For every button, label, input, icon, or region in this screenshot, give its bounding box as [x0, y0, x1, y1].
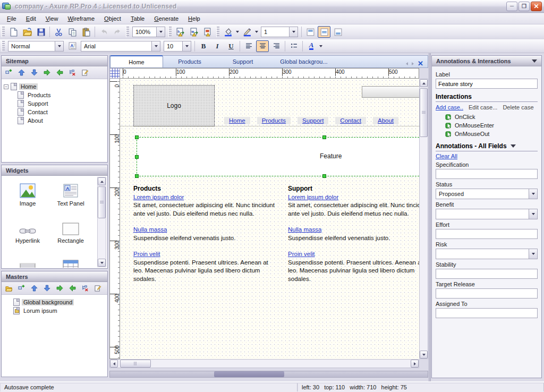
delete-master-button[interactable] — [80, 284, 90, 293]
edit-page-button[interactable] — [80, 68, 90, 78]
panel-menu-icon[interactable] — [532, 59, 537, 63]
widget-button[interactable] — [7, 254, 48, 268]
edit-case-link[interactable]: Edit case... — [469, 104, 497, 110]
bold-button[interactable]: B — [197, 40, 210, 52]
paste-button[interactable] — [80, 26, 92, 38]
zoom-dropdown-button[interactable] — [156, 27, 165, 37]
valign-middle-button[interactable] — [318, 26, 330, 38]
open-button[interactable] — [21, 26, 33, 38]
font-combobox[interactable]: Arial — [81, 41, 160, 52]
collapse-fields-icon[interactable] — [511, 144, 516, 148]
delete-page-button[interactable] — [67, 68, 77, 78]
edit-style-button[interactable]: A — [66, 40, 79, 52]
nav-link-support[interactable]: Support — [298, 117, 328, 124]
valign-top-button[interactable] — [304, 26, 317, 38]
line-width-combobox[interactable]: 1 — [261, 27, 298, 37]
assigned-to-input[interactable] — [436, 308, 538, 318]
resize-handle-top-left[interactable] — [135, 135, 139, 139]
menu-generate[interactable]: Generate — [149, 14, 183, 23]
scroll-right-button[interactable] — [411, 360, 419, 368]
close-tab-icon[interactable]: ✕ — [418, 59, 423, 67]
move-down-button[interactable] — [29, 68, 39, 78]
scroll-left-button[interactable] — [110, 360, 118, 368]
tree-item-home[interactable]: − Home — [4, 82, 105, 91]
restore-button[interactable]: ❐ — [518, 2, 530, 11]
font-color-button[interactable]: A — [305, 40, 318, 52]
copy-button[interactable] — [66, 26, 79, 38]
valign-bottom-button[interactable] — [332, 26, 344, 38]
close-button[interactable]: ✕ — [531, 2, 542, 11]
tree-item-contact[interactable]: Contact — [4, 108, 105, 116]
menu-wireframe[interactable]: Wireframe — [63, 14, 99, 23]
canvas-horizontal-scrollbar[interactable] — [109, 359, 419, 368]
undo-button[interactable] — [97, 26, 110, 38]
line-color-dropdown[interactable] — [254, 26, 259, 38]
generate-word-button[interactable]: w — [188, 26, 200, 38]
tab-products[interactable]: Products — [163, 55, 216, 67]
zoom-combobox[interactable]: 100% — [132, 27, 165, 37]
menu-view[interactable]: View — [41, 14, 63, 23]
indent-button[interactable] — [55, 284, 64, 293]
indent-button[interactable] — [42, 68, 52, 78]
toolbar-grip[interactable] — [2, 27, 5, 37]
font-dropdown-button[interactable] — [151, 41, 160, 51]
scroll-down-button[interactable] — [420, 351, 428, 359]
toolbar-grip[interactable] — [168, 27, 172, 37]
master-item-lorum-ipsum[interactable]: Lorum ipsum — [4, 306, 105, 315]
tab-global-background[interactable]: Global backgrou... — [269, 55, 338, 67]
tab-home[interactable]: Home — [110, 55, 163, 67]
status-dropdown-button[interactable] — [529, 189, 537, 199]
wireframe-link[interactable]: Proin velit — [133, 251, 160, 257]
widget-image[interactable]: Image — [7, 180, 48, 207]
wireframe-link[interactable]: Lorem ipsum dolor — [288, 194, 338, 200]
event-onmouseenter[interactable]: OnMouseEnter — [445, 121, 538, 130]
tab-support[interactable]: Support — [216, 55, 269, 67]
collapse-icon[interactable]: − — [4, 84, 8, 89]
generate-html-button[interactable]: h — [174, 26, 186, 38]
search-box-placeholder[interactable] — [362, 86, 419, 98]
line-width-dropdown-button[interactable] — [289, 27, 298, 37]
move-up-button[interactable] — [16, 68, 26, 78]
toolbar-grip[interactable] — [126, 27, 129, 37]
redo-button[interactable] — [111, 26, 124, 38]
resize-handle-top-mid[interactable] — [322, 135, 326, 139]
scroll-thumb[interactable] — [214, 371, 284, 377]
new-folder-button[interactable] — [4, 284, 13, 293]
toolbar-grip[interactable] — [2, 41, 5, 52]
tree-item-products[interactable]: Products — [4, 91, 105, 99]
scroll-thumb[interactable] — [420, 88, 428, 137]
underline-button[interactable]: U — [225, 40, 237, 52]
menu-help[interactable]: Help — [183, 14, 205, 23]
clear-all-link[interactable]: Clear All — [436, 153, 457, 159]
add-master-button[interactable] — [16, 284, 26, 293]
widget-rectangle[interactable]: Rectangle — [50, 217, 91, 244]
menu-object[interactable]: Object — [99, 14, 126, 23]
add-case-link[interactable]: Add case.. — [436, 104, 463, 110]
scroll-thumb[interactable] — [120, 360, 151, 368]
font-size-dropdown-button[interactable] — [182, 41, 191, 51]
tree-item-about[interactable]: About — [4, 116, 105, 125]
target-release-input[interactable] — [436, 288, 538, 299]
scroll-up-button[interactable] — [98, 177, 106, 185]
wireframe-link[interactable]: Nulla massa — [288, 226, 321, 233]
nav-link-home[interactable]: Home — [224, 117, 250, 124]
tab-scroll-right-icon[interactable] — [412, 62, 414, 65]
logo-placeholder[interactable]: Logo — [133, 85, 215, 126]
style-combobox[interactable]: Normal — [8, 41, 64, 52]
widget-text-panel[interactable]: A Text Panel — [50, 180, 91, 207]
style-dropdown-button[interactable] — [55, 41, 63, 51]
move-up-button[interactable] — [29, 284, 39, 293]
wireframe-canvas[interactable]: Logo Home Products Support Contact About… — [120, 79, 419, 359]
italic-button[interactable]: I — [211, 40, 224, 52]
menu-table[interactable]: Table — [126, 14, 149, 23]
minimize-button[interactable]: ─ — [506, 2, 517, 11]
status-select[interactable]: Proposed — [436, 189, 538, 199]
label-input[interactable] — [436, 79, 538, 89]
wireframe-link[interactable]: Nulla massa — [133, 226, 167, 233]
feature-widget-selected[interactable]: Feature — [137, 137, 419, 176]
edit-master-button[interactable] — [93, 284, 103, 293]
align-right-button[interactable] — [270, 40, 283, 52]
support-column[interactable]: Support Lorem ipsum dolor Sit amet, cons… — [288, 185, 419, 283]
move-down-button[interactable] — [42, 284, 52, 293]
canvas-vertical-scrollbar[interactable] — [419, 79, 428, 359]
